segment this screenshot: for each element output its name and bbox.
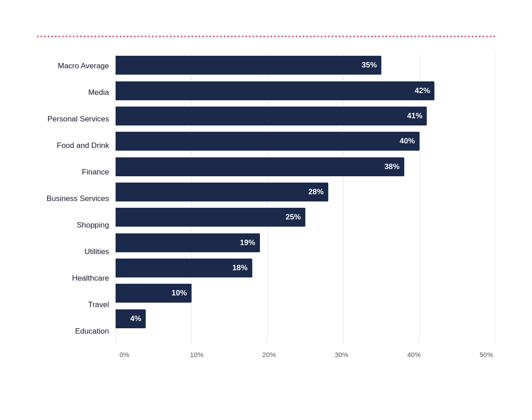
y-label: Macro Average [37,54,116,78]
bar-row: 41% [116,103,496,128]
bar-value-label: 25% [286,213,301,222]
bar-row: 19% [116,230,496,255]
bar-value-label: 10% [171,289,187,298]
bar: 42% [116,81,435,100]
bar-value-label: 28% [308,188,324,197]
bar-value-label: 19% [240,238,255,247]
bar-row: 35% [116,53,496,78]
bar: 19% [116,233,260,252]
x-axis-label: 40% [405,351,423,358]
bar-row: 38% [116,154,496,179]
bars-wrapper: 35%42%41%40%38%28%25%19%18%10%4% [116,53,496,345]
y-label: Education [37,319,116,344]
chart-container: Macro AverageMediaPersonal ServicesFood … [19,12,514,408]
y-label: Food and Drink [37,133,116,158]
bar: 38% [116,157,404,176]
x-axis-labels: 0%10%20%30%40%50% [116,345,496,358]
y-label: Finance [37,160,116,184]
y-label: Personal Services [37,107,116,131]
bar-row: 25% [116,205,496,230]
bar-row: 4% [116,306,496,331]
bar-value-label: 18% [232,264,248,273]
bar-row: 28% [116,179,496,204]
bar-value-label: 41% [407,112,422,121]
bar: 40% [116,132,420,151]
y-label: Media [37,80,116,105]
bar: 10% [116,284,192,303]
bar-value-label: 42% [415,86,430,95]
bar-value-label: 35% [362,61,377,70]
bar-value-label: 38% [384,162,400,171]
y-axis-labels: Macro AverageMediaPersonal ServicesFood … [37,53,116,358]
bar: 35% [116,56,382,75]
x-axis-label: 50% [478,351,496,358]
x-axis-label: 20% [260,351,278,358]
bar-row: 40% [116,129,496,154]
y-label: Shopping [37,213,116,238]
bars-section: 35%42%41%40%38%28%25%19%18%10%4% 0%10%20… [116,53,496,358]
y-label: Business Services [37,186,116,211]
bar-row: 42% [116,78,496,103]
bar: 25% [116,208,306,227]
x-axis-label: 0% [116,351,134,358]
x-axis-label: 10% [188,351,206,358]
bar-row: 18% [116,256,496,281]
decorative-dotted-line [37,34,496,39]
bar-value-label: 40% [399,137,415,146]
y-label: Travel [37,293,116,317]
bar: 4% [116,309,146,328]
bar: 18% [116,259,252,277]
bar-row: 10% [116,281,496,306]
y-label: Utilities [37,240,116,264]
x-axis-label: 30% [333,351,351,358]
bar: 41% [116,107,427,125]
y-label: Healthcare [37,266,116,291]
bar-value-label: 4% [130,314,142,323]
chart-area: Macro AverageMediaPersonal ServicesFood … [37,53,496,358]
bar: 28% [116,183,328,201]
